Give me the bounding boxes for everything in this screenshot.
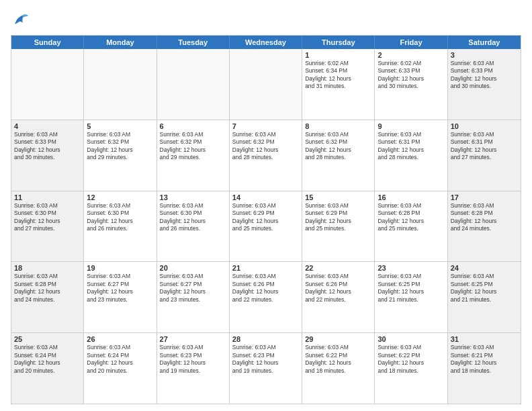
header bbox=[11, 11, 521, 30]
day-number: 20 bbox=[160, 264, 226, 272]
day-cell-22: 22Sunrise: 6:03 AM Sunset: 6:26 PM Dayli… bbox=[302, 262, 375, 332]
calendar-week-1: 1Sunrise: 6:02 AM Sunset: 6:34 PM Daylig… bbox=[11, 49, 521, 120]
cell-info: Sunrise: 6:03 AM Sunset: 6:31 PM Dayligh… bbox=[451, 131, 518, 162]
day-cell-3: 3Sunrise: 6:03 AM Sunset: 6:33 PM Daylig… bbox=[448, 49, 521, 120]
day-number: 8 bbox=[305, 122, 371, 130]
day-number: 28 bbox=[232, 335, 299, 343]
day-cell-19: 19Sunrise: 6:03 AM Sunset: 6:27 PM Dayli… bbox=[84, 262, 157, 332]
day-number: 9 bbox=[378, 122, 444, 130]
day-number: 15 bbox=[305, 193, 371, 201]
cell-info: Sunrise: 6:03 AM Sunset: 6:25 PM Dayligh… bbox=[378, 273, 444, 304]
cell-info: Sunrise: 6:03 AM Sunset: 6:28 PM Dayligh… bbox=[14, 273, 81, 304]
cell-info: Sunrise: 6:03 AM Sunset: 6:27 PM Dayligh… bbox=[87, 273, 153, 304]
cell-info: Sunrise: 6:03 AM Sunset: 6:32 PM Dayligh… bbox=[305, 131, 371, 162]
calendar-header-row: SundayMondayTuesdayWednesdayThursdayFrid… bbox=[11, 36, 521, 49]
cell-info: Sunrise: 6:03 AM Sunset: 6:29 PM Dayligh… bbox=[305, 202, 371, 233]
cell-info: Sunrise: 6:03 AM Sunset: 6:23 PM Dayligh… bbox=[232, 344, 299, 375]
calendar-body: 1Sunrise: 6:02 AM Sunset: 6:34 PM Daylig… bbox=[11, 49, 521, 404]
cell-info: Sunrise: 6:03 AM Sunset: 6:30 PM Dayligh… bbox=[14, 202, 81, 233]
day-cell-6: 6Sunrise: 6:03 AM Sunset: 6:32 PM Daylig… bbox=[157, 120, 230, 191]
cell-info: Sunrise: 6:03 AM Sunset: 6:32 PM Dayligh… bbox=[232, 131, 299, 162]
day-cell-2: 2Sunrise: 6:02 AM Sunset: 6:33 PM Daylig… bbox=[375, 49, 447, 120]
cell-info: Sunrise: 6:03 AM Sunset: 6:22 PM Dayligh… bbox=[305, 344, 371, 375]
day-number: 1 bbox=[305, 51, 371, 59]
day-number: 30 bbox=[378, 335, 444, 343]
day-number: 23 bbox=[378, 264, 444, 272]
header-day-tuesday: Tuesday bbox=[157, 36, 230, 49]
day-number: 29 bbox=[305, 335, 371, 343]
header-day-saturday: Saturday bbox=[448, 36, 521, 49]
cell-info: Sunrise: 6:02 AM Sunset: 6:33 PM Dayligh… bbox=[378, 60, 444, 91]
calendar-week-5: 25Sunrise: 6:03 AM Sunset: 6:24 PM Dayli… bbox=[11, 333, 521, 404]
cell-info: Sunrise: 6:03 AM Sunset: 6:28 PM Dayligh… bbox=[451, 202, 518, 233]
day-number: 7 bbox=[232, 122, 299, 130]
day-number: 10 bbox=[451, 122, 518, 130]
cell-info: Sunrise: 6:03 AM Sunset: 6:30 PM Dayligh… bbox=[87, 202, 153, 233]
cell-info: Sunrise: 6:03 AM Sunset: 6:33 PM Dayligh… bbox=[451, 60, 518, 91]
day-cell-26: 26Sunrise: 6:03 AM Sunset: 6:24 PM Dayli… bbox=[84, 333, 157, 404]
empty-cell bbox=[11, 49, 84, 120]
day-cell-24: 24Sunrise: 6:03 AM Sunset: 6:25 PM Dayli… bbox=[448, 262, 521, 332]
day-cell-4: 4Sunrise: 6:03 AM Sunset: 6:33 PM Daylig… bbox=[11, 120, 84, 191]
cell-info: Sunrise: 6:03 AM Sunset: 6:21 PM Dayligh… bbox=[451, 344, 518, 375]
cell-info: Sunrise: 6:03 AM Sunset: 6:31 PM Dayligh… bbox=[378, 131, 444, 162]
cell-info: Sunrise: 6:03 AM Sunset: 6:26 PM Dayligh… bbox=[305, 273, 371, 304]
day-number: 21 bbox=[232, 264, 299, 272]
empty-cell bbox=[84, 49, 157, 120]
day-cell-9: 9Sunrise: 6:03 AM Sunset: 6:31 PM Daylig… bbox=[375, 120, 447, 191]
empty-cell bbox=[230, 49, 302, 120]
day-cell-16: 16Sunrise: 6:03 AM Sunset: 6:28 PM Dayli… bbox=[375, 191, 447, 262]
cell-info: Sunrise: 6:03 AM Sunset: 6:25 PM Dayligh… bbox=[451, 273, 518, 304]
cell-info: Sunrise: 6:03 AM Sunset: 6:33 PM Dayligh… bbox=[14, 131, 81, 162]
day-cell-21: 21Sunrise: 6:03 AM Sunset: 6:26 PM Dayli… bbox=[230, 262, 302, 332]
header-day-monday: Monday bbox=[84, 36, 157, 49]
cell-info: Sunrise: 6:03 AM Sunset: 6:30 PM Dayligh… bbox=[160, 202, 226, 233]
header-day-wednesday: Wednesday bbox=[230, 36, 302, 49]
day-cell-17: 17Sunrise: 6:03 AM Sunset: 6:28 PM Dayli… bbox=[448, 191, 521, 262]
cell-info: Sunrise: 6:03 AM Sunset: 6:26 PM Dayligh… bbox=[232, 273, 299, 304]
day-number: 17 bbox=[451, 193, 518, 201]
day-number: 4 bbox=[14, 122, 81, 130]
day-cell-30: 30Sunrise: 6:03 AM Sunset: 6:22 PM Dayli… bbox=[375, 333, 447, 404]
day-number: 31 bbox=[451, 335, 518, 343]
logo-icon bbox=[11, 11, 30, 30]
day-number: 6 bbox=[160, 122, 226, 130]
cell-info: Sunrise: 6:03 AM Sunset: 6:23 PM Dayligh… bbox=[160, 344, 226, 375]
calendar-week-3: 11Sunrise: 6:03 AM Sunset: 6:30 PM Dayli… bbox=[11, 191, 521, 263]
day-cell-18: 18Sunrise: 6:03 AM Sunset: 6:28 PM Dayli… bbox=[11, 262, 84, 332]
cell-info: Sunrise: 6:03 AM Sunset: 6:28 PM Dayligh… bbox=[378, 202, 444, 233]
day-cell-5: 5Sunrise: 6:03 AM Sunset: 6:32 PM Daylig… bbox=[84, 120, 157, 191]
day-number: 22 bbox=[305, 264, 371, 272]
cell-info: Sunrise: 6:03 AM Sunset: 6:27 PM Dayligh… bbox=[160, 273, 226, 304]
day-cell-12: 12Sunrise: 6:03 AM Sunset: 6:30 PM Dayli… bbox=[84, 191, 157, 262]
header-day-thursday: Thursday bbox=[302, 36, 375, 49]
cell-info: Sunrise: 6:03 AM Sunset: 6:29 PM Dayligh… bbox=[232, 202, 299, 233]
day-cell-25: 25Sunrise: 6:03 AM Sunset: 6:24 PM Dayli… bbox=[11, 333, 84, 404]
day-number: 27 bbox=[160, 335, 226, 343]
day-cell-28: 28Sunrise: 6:03 AM Sunset: 6:23 PM Dayli… bbox=[230, 333, 302, 404]
day-cell-29: 29Sunrise: 6:03 AM Sunset: 6:22 PM Dayli… bbox=[302, 333, 375, 404]
cell-info: Sunrise: 6:03 AM Sunset: 6:22 PM Dayligh… bbox=[378, 344, 444, 375]
day-number: 26 bbox=[87, 335, 153, 343]
day-number: 24 bbox=[451, 264, 518, 272]
day-number: 11 bbox=[14, 193, 81, 201]
calendar: SundayMondayTuesdayWednesdayThursdayFrid… bbox=[11, 35, 521, 404]
cell-info: Sunrise: 6:03 AM Sunset: 6:24 PM Dayligh… bbox=[87, 344, 153, 375]
day-cell-10: 10Sunrise: 6:03 AM Sunset: 6:31 PM Dayli… bbox=[448, 120, 521, 191]
calendar-week-4: 18Sunrise: 6:03 AM Sunset: 6:28 PM Dayli… bbox=[11, 262, 521, 333]
day-cell-11: 11Sunrise: 6:03 AM Sunset: 6:30 PM Dayli… bbox=[11, 191, 84, 262]
cell-info: Sunrise: 6:03 AM Sunset: 6:32 PM Dayligh… bbox=[160, 131, 226, 162]
day-number: 14 bbox=[232, 193, 299, 201]
day-cell-7: 7Sunrise: 6:03 AM Sunset: 6:32 PM Daylig… bbox=[230, 120, 302, 191]
day-number: 18 bbox=[14, 264, 81, 272]
empty-cell bbox=[157, 49, 230, 120]
day-cell-15: 15Sunrise: 6:03 AM Sunset: 6:29 PM Dayli… bbox=[302, 191, 375, 262]
day-cell-8: 8Sunrise: 6:03 AM Sunset: 6:32 PM Daylig… bbox=[302, 120, 375, 191]
day-cell-20: 20Sunrise: 6:03 AM Sunset: 6:27 PM Dayli… bbox=[157, 262, 230, 332]
day-number: 12 bbox=[87, 193, 153, 201]
cell-info: Sunrise: 6:03 AM Sunset: 6:32 PM Dayligh… bbox=[87, 131, 153, 162]
header-day-friday: Friday bbox=[375, 36, 447, 49]
day-number: 3 bbox=[451, 51, 518, 59]
cell-info: Sunrise: 6:02 AM Sunset: 6:34 PM Dayligh… bbox=[305, 60, 371, 91]
day-cell-1: 1Sunrise: 6:02 AM Sunset: 6:34 PM Daylig… bbox=[302, 49, 375, 120]
